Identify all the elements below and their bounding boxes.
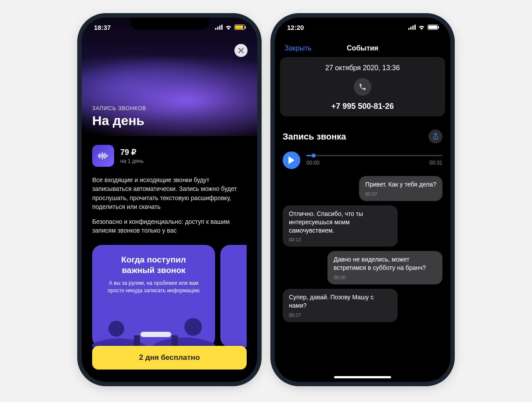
recording-title: Запись звонка bbox=[283, 132, 346, 142]
card1-title-line2: важный звонок bbox=[122, 266, 185, 275]
play-icon bbox=[288, 156, 295, 164]
nav-title: События bbox=[347, 44, 378, 52]
price: 79 ₽ bbox=[120, 147, 144, 157]
call-date: 27 октября 2020, 13:36 bbox=[280, 64, 445, 72]
phone-right: 12:20 Закрыть События 27 октября 2020, 1… bbox=[275, 18, 450, 382]
bubble-timestamp: 00:12 bbox=[289, 237, 392, 243]
svg-rect-16 bbox=[172, 335, 178, 347]
waveform-icon bbox=[97, 151, 109, 160]
card1-subtitle: А вы за рулем, на пробежке или вам прост… bbox=[102, 280, 205, 294]
status-time: 18:37 bbox=[94, 24, 111, 31]
bubble-text: Давно не виделись, может встретимся в су… bbox=[334, 255, 436, 272]
svg-rect-15 bbox=[134, 335, 140, 347]
card1-title-line1: Когда поступил bbox=[121, 255, 186, 264]
time-total: 00:31 bbox=[429, 160, 442, 166]
cellular-icon bbox=[215, 25, 223, 30]
svg-rect-19 bbox=[408, 28, 410, 30]
svg-rect-0 bbox=[215, 28, 216, 30]
close-button[interactable] bbox=[234, 44, 248, 57]
bubble-text: Супер, давай. Позову Машу с нами? bbox=[289, 293, 392, 310]
bubble-timestamp: 00:07 bbox=[365, 191, 436, 197]
svg-rect-3 bbox=[221, 25, 223, 29]
play-button[interactable] bbox=[283, 151, 300, 169]
price-row: 79 ₽ на 1 день bbox=[92, 145, 247, 167]
notch bbox=[130, 18, 209, 30]
share-icon bbox=[432, 133, 439, 140]
description-paragraph-1: Все входящие и исходящие звонки будут за… bbox=[92, 176, 247, 211]
feature-card-1[interactable]: Когда поступил важный звонок А вы за рул… bbox=[92, 245, 215, 347]
cta-button[interactable]: 2 дня бесплатно bbox=[92, 346, 247, 370]
svg-point-17 bbox=[108, 321, 124, 337]
hero-eyebrow: ЗАПИСЬ ЗВОНКОВ bbox=[92, 105, 146, 111]
svg-rect-1 bbox=[217, 27, 219, 30]
bubble-text: Привет. Как у тебя дела? bbox=[365, 180, 436, 189]
app-icon bbox=[92, 145, 114, 167]
bubble-timestamp: 00:20 bbox=[334, 274, 436, 281]
price-sublabel: на 1 день bbox=[120, 158, 144, 164]
cta-label: 2 дня бесплатно bbox=[139, 353, 200, 362]
nav-close-button[interactable]: Закрыть bbox=[284, 44, 312, 52]
call-info-card: 27 октября 2020, 13:36 +7 995 500-81-26 bbox=[280, 57, 445, 116]
svg-point-18 bbox=[184, 318, 202, 336]
wifi-icon bbox=[418, 25, 425, 30]
transcript-bubble: Отлично. Спасибо, что ты интересуешься м… bbox=[283, 205, 398, 247]
audio-player: 00:00 00:31 bbox=[283, 150, 442, 173]
hero-title: На день bbox=[92, 113, 146, 128]
cellular-icon bbox=[408, 25, 416, 30]
time-elapsed: 00:00 bbox=[306, 160, 320, 166]
description-paragraph-2: Безопасно и конфиденциально: доступ к ва… bbox=[92, 217, 247, 235]
call-number: +7 995 500-81-26 bbox=[280, 102, 445, 111]
card1-illustration bbox=[92, 308, 215, 347]
bubble-timestamp: 00:27 bbox=[289, 312, 392, 319]
home-indicator[interactable] bbox=[334, 376, 391, 378]
status-time: 12:20 bbox=[287, 24, 304, 31]
svg-rect-14 bbox=[140, 332, 171, 337]
feature-card-2[interactable]: Нуж дет Адрес встреч bbox=[220, 245, 247, 347]
svg-rect-20 bbox=[410, 27, 412, 30]
transcript-bubble: Давно не виделись, может встретимся в су… bbox=[327, 251, 442, 284]
battery-icon bbox=[428, 25, 438, 30]
feature-cards[interactable]: Когда поступил важный звонок А вы за рул… bbox=[92, 245, 247, 347]
svg-rect-22 bbox=[414, 25, 416, 29]
wifi-icon bbox=[225, 25, 232, 30]
battery-icon bbox=[234, 25, 245, 30]
transcript-bubble: Супер, давай. Позову Машу с нами?00:27 bbox=[283, 289, 398, 322]
progress-track[interactable] bbox=[306, 155, 442, 156]
close-icon bbox=[238, 48, 244, 53]
svg-rect-2 bbox=[219, 25, 220, 29]
transcript-bubble: Привет. Как у тебя дела?00:07 bbox=[359, 176, 442, 201]
phone-icon bbox=[359, 83, 367, 91]
phone-left: 18:37 ЗАПИСЬ ЗВОНКОВ На день bbox=[82, 18, 257, 382]
notch bbox=[323, 18, 402, 30]
bubble-text: Отлично. Спасибо, что ты интересуешься м… bbox=[289, 210, 392, 235]
transcript: Привет. Как у тебя дела?00:07Отлично. Сп… bbox=[275, 173, 450, 322]
svg-rect-21 bbox=[412, 25, 413, 29]
call-icon-circle bbox=[354, 78, 371, 96]
share-button[interactable] bbox=[428, 129, 442, 144]
card2-subtitle: Адрес встреч bbox=[230, 280, 247, 287]
